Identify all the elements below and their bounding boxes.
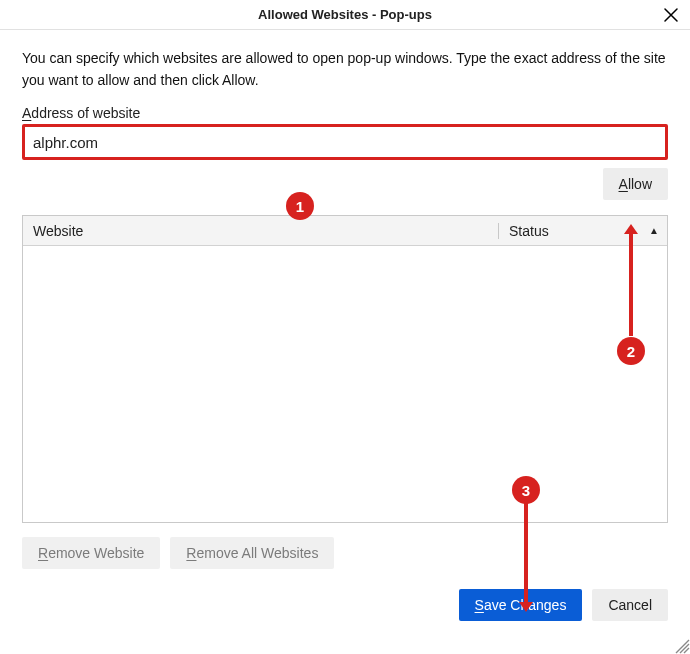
remove-website-button: Remove Website <box>22 537 160 569</box>
callout-3-arrow <box>524 503 528 603</box>
column-header-website[interactable]: Website <box>23 223 498 239</box>
close-button[interactable] <box>662 6 680 24</box>
cancel-button[interactable]: Cancel <box>592 589 668 621</box>
dialog-title: Allowed Websites - Pop-ups <box>258 7 432 22</box>
callout-1-badge: 1 <box>286 192 314 220</box>
dialog-description: You can specify which websites are allow… <box>22 48 668 91</box>
callout-2-badge: 2 <box>617 337 645 365</box>
callout-2-arrowhead <box>624 224 638 234</box>
allow-button[interactable]: Allow <box>603 168 668 200</box>
resize-grip-icon[interactable] <box>672 636 690 654</box>
callout-3-badge: 3 <box>512 476 540 504</box>
table-header-row: Website Status ▲ <box>23 216 667 246</box>
address-input[interactable] <box>22 124 668 160</box>
remove-all-websites-button: Remove All Websites <box>170 537 334 569</box>
websites-table[interactable]: Website Status ▲ <box>22 215 668 523</box>
close-icon <box>664 8 678 22</box>
callout-3-arrowhead <box>519 602 533 612</box>
dialog-titlebar: Allowed Websites - Pop-ups <box>0 0 690 30</box>
column-header-status[interactable]: Status ▲ <box>498 223 667 239</box>
callout-2-arrow <box>629 230 633 336</box>
sort-ascending-icon: ▲ <box>649 225 659 236</box>
address-label: Address of website <box>22 105 668 121</box>
